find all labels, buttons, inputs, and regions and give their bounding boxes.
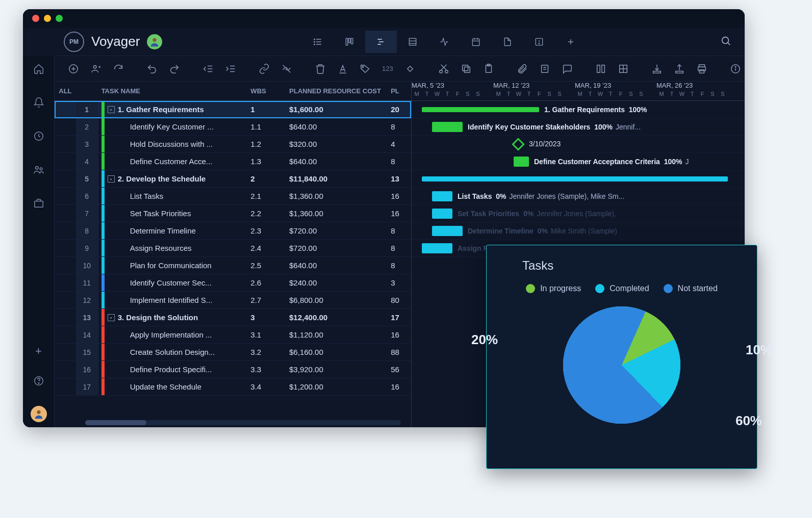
- import-icon[interactable]: [649, 61, 665, 76]
- svg-rect-16: [351, 38, 353, 44]
- table-row[interactable]: 14 Apply Implementation ... 3.1 $1,120.0…: [55, 326, 411, 344]
- table-row[interactable]: 2 Identify Key Customer ... 1.1 $640.00 …: [55, 118, 411, 136]
- gantt-row[interactable]: Define Customer Acceptance Criteria 100%…: [412, 153, 745, 170]
- attach-icon[interactable]: [515, 61, 530, 76]
- cut-icon[interactable]: [436, 61, 451, 76]
- columns-icon[interactable]: [593, 61, 608, 76]
- redo-icon[interactable]: [167, 61, 182, 76]
- link-icon[interactable]: [257, 61, 272, 76]
- bell-icon[interactable]: [30, 94, 47, 113]
- column-pl[interactable]: PL: [391, 87, 411, 95]
- gantt-row[interactable]: List Tasks 0%Jennifer Jones (Sample), Mi…: [412, 188, 745, 205]
- table-row[interactable]: 10 Plan for Communication 2.5 $640.00 8: [55, 257, 411, 274]
- collapse-icon[interactable]: -: [108, 175, 115, 183]
- svg-rect-3: [34, 201, 43, 207]
- table-row[interactable]: 12 Implement Identified S... 2.7 $6,800.…: [55, 292, 411, 309]
- briefcase-icon[interactable]: [30, 195, 47, 214]
- info-icon[interactable]: [728, 61, 743, 76]
- home-icon[interactable]: [30, 60, 47, 80]
- gantt-view-icon[interactable]: [365, 31, 397, 53]
- notes-icon[interactable]: [537, 61, 552, 76]
- indent-icon[interactable]: [223, 61, 238, 76]
- print-icon[interactable]: [694, 61, 709, 76]
- app-header: PM Voyager: [55, 28, 745, 56]
- table-row[interactable]: 9 Assign Resources 2.4 $720.00 8: [55, 240, 411, 257]
- trash-icon[interactable]: [313, 61, 328, 76]
- clock-icon[interactable]: [30, 127, 47, 147]
- pct-inprogress: 10%: [746, 342, 772, 358]
- horizontal-scrollbar[interactable]: [85, 420, 401, 425]
- outdent-icon[interactable]: [200, 61, 216, 76]
- logo-badge: PM: [64, 32, 84, 52]
- svg-rect-50: [408, 66, 413, 71]
- table-row[interactable]: 16 Define Product Specifi... 3.3 $3,920.…: [55, 361, 411, 378]
- number-format-button[interactable]: 123: [380, 63, 395, 74]
- gantt-row[interactable]: 3/10/2023: [412, 136, 745, 153]
- gantt-row[interactable]: Identify Key Customer Stakeholders 100%J…: [412, 118, 745, 136]
- list-view-icon[interactable]: [302, 31, 334, 53]
- alert-view-icon[interactable]: [523, 31, 555, 53]
- maximize-window-button[interactable]: [56, 15, 63, 22]
- collapse-icon[interactable]: -: [108, 106, 115, 113]
- legend-completed: Completed: [595, 284, 649, 293]
- search-icon[interactable]: [716, 31, 735, 53]
- add-view-icon[interactable]: [555, 31, 587, 53]
- table-row[interactable]: 11 Identify Customer Sec... 2.6 $240.00 …: [55, 274, 411, 292]
- collapse-icon[interactable]: -: [108, 314, 115, 321]
- table-row[interactable]: 4 Define Customer Acce... 1.3 $640.00 8: [55, 153, 411, 170]
- table-row[interactable]: 5 - 2. Develop the Schedule 2 $11,840.00…: [55, 170, 411, 188]
- column-wbs[interactable]: WBS: [250, 87, 289, 95]
- gantt-row[interactable]: Set Task Priorities 0%Jennifer Jones (Sa…: [412, 205, 745, 222]
- svg-rect-63: [602, 65, 605, 72]
- calendar-view-icon[interactable]: [460, 31, 492, 53]
- undo-icon[interactable]: [144, 61, 160, 76]
- table-row[interactable]: 17 Update the Schedule 3.4 $1,200.00 16: [55, 378, 411, 396]
- comment-icon[interactable]: [560, 61, 575, 76]
- minimize-window-button[interactable]: [44, 15, 51, 22]
- export-icon[interactable]: [672, 61, 687, 76]
- gantt-row[interactable]: 1. Gather Requirements 100%: [412, 101, 745, 118]
- svg-point-11: [314, 39, 315, 40]
- column-all[interactable]: ALL: [55, 87, 76, 95]
- table-row[interactable]: 3 Hold Discussions with ... 1.2 $320.00 …: [55, 136, 411, 153]
- add-task-icon[interactable]: [66, 61, 81, 76]
- table-row[interactable]: 7 Set Task Priorities 2.2 $1,360.00 16: [55, 205, 411, 222]
- table-row[interactable]: 13 - 3. Design the Solution 3 $12,400.00…: [55, 309, 411, 326]
- toolbar: 123: [55, 56, 745, 82]
- assign-user-icon[interactable]: [88, 61, 104, 76]
- text-color-icon[interactable]: [335, 61, 350, 76]
- add-icon[interactable]: +: [35, 345, 42, 358]
- table-row[interactable]: 1 - 1. Gather Requirements 1 $1,600.00 2…: [55, 101, 411, 118]
- file-view-icon[interactable]: [492, 31, 523, 53]
- help-icon[interactable]: [30, 372, 47, 392]
- grid-icon[interactable]: [616, 61, 631, 76]
- svg-rect-59: [541, 65, 548, 72]
- chart-legend: In progress Completed Not started: [502, 284, 742, 293]
- board-view-icon[interactable]: [334, 31, 365, 53]
- sheet-view-icon[interactable]: [397, 31, 428, 53]
- paste-icon[interactable]: [481, 61, 496, 76]
- close-window-button[interactable]: [32, 15, 39, 22]
- activity-view-icon[interactable]: [428, 31, 460, 53]
- diamond-icon[interactable]: [402, 61, 418, 76]
- gantt-row[interactable]: [412, 170, 745, 188]
- table-row[interactable]: 8 Determine Timeline 2.3 $720.00 8: [55, 222, 411, 240]
- column-cost[interactable]: PLANNED RESOURCE COST: [289, 87, 391, 95]
- people-icon[interactable]: [30, 161, 47, 180]
- refresh-icon[interactable]: [111, 61, 126, 76]
- header-avatar[interactable]: [147, 34, 162, 49]
- table-row[interactable]: 15 Create Solution Design... 3.2 $6,160.…: [55, 344, 411, 361]
- tag-icon[interactable]: [358, 61, 373, 76]
- copy-icon[interactable]: [459, 61, 474, 76]
- tasks-pie-panel: Tasks In progress Completed Not started …: [486, 245, 757, 469]
- svg-rect-14: [346, 38, 348, 45]
- view-switcher: [302, 31, 587, 53]
- pct-notstarted: 60%: [735, 413, 762, 429]
- column-task-name[interactable]: TASK NAME: [98, 87, 251, 95]
- unlink-icon[interactable]: [279, 61, 294, 76]
- project-title: Voyager: [91, 34, 140, 49]
- gantt-row[interactable]: Determine Timeline 0%Mike Smith (Sample): [412, 222, 745, 240]
- table-row[interactable]: 6 List Tasks 2.1 $1,360.00 16: [55, 188, 411, 205]
- user-avatar[interactable]: [31, 406, 47, 422]
- svg-line-33: [728, 42, 730, 45]
